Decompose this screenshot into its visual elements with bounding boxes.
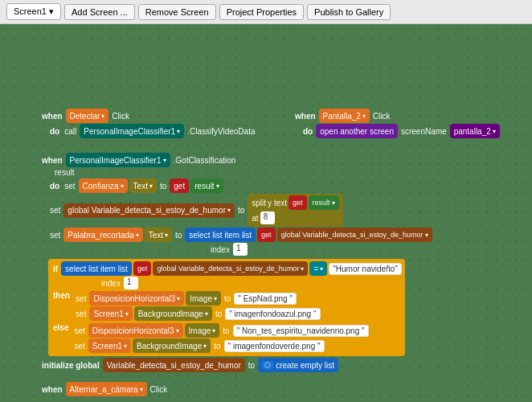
click-label-1: Click	[110, 112, 131, 121]
personal1-block-1[interactable]: PersonalImageClassifier1	[80, 124, 184, 138]
classify-label: .ClassifyVideoData	[186, 127, 256, 136]
espnad-string: " EspNad.png "	[234, 293, 297, 305]
set-label-5: set	[74, 310, 88, 318]
bgimage1-block[interactable]: BackgroundImage	[134, 306, 212, 321]
else-label: else	[51, 323, 70, 332]
nontes-string: " Non_tes_espiritu_navidenno.png "	[233, 325, 369, 337]
when-label-3: when	[40, 156, 64, 165]
get-block-1[interactable]: get	[170, 178, 189, 193]
screen1b-block[interactable]: Screen1	[88, 338, 131, 353]
list-icon: ⬡	[262, 361, 273, 369]
when-label-5: when	[40, 385, 64, 394]
select-block-2[interactable]: select list item list	[61, 261, 132, 276]
to-label-1: to	[158, 182, 168, 191]
eq-block[interactable]: =	[309, 261, 327, 276]
set-label-6: set	[72, 326, 86, 335]
remove-screen-button[interactable]: Remove Screen	[138, 4, 216, 20]
imagenfondo2-string: " imagenfondoverde.png "	[224, 340, 325, 352]
screen1a-block[interactable]: Screen1	[89, 306, 132, 321]
then-label: then	[51, 291, 72, 300]
result-block-2[interactable]: result	[309, 195, 339, 210]
to-label-7: to	[212, 342, 222, 351]
to-label-5: to	[214, 310, 223, 318]
index-label-2: index	[100, 279, 122, 288]
humor-string: "Humor navideño"	[329, 263, 401, 275]
create-list-label: create empty list	[276, 361, 334, 370]
open-screen-block[interactable]: open another screen	[316, 124, 398, 138]
canvas: when Detectar Click do call PersonalImag…	[0, 24, 532, 397]
palabra-block[interactable]: Palabra_recortada	[63, 228, 142, 242]
if-label: if	[51, 265, 59, 273]
num1-block: 1	[233, 243, 248, 256]
screen1-button[interactable]: Screen1 ▾	[6, 3, 61, 20]
global-var-block-2[interactable]: global Variable_detecta_si_estoy_de_humo…	[277, 228, 432, 242]
at-label: at	[252, 214, 258, 223]
group-gotclassification: when PersonalImageClassifier1 .GotClassi…	[40, 153, 432, 356]
disp2-block[interactable]: DisposicionHorizontal3	[88, 323, 183, 338]
do-label-1: do	[48, 127, 61, 136]
detectar-block[interactable]: Detectar	[66, 109, 109, 123]
to-label-2: to	[236, 206, 246, 215]
do-label-2: do	[301, 127, 314, 136]
get-block-4[interactable]: get	[133, 261, 152, 276]
text-block-2[interactable]: Text	[145, 228, 172, 242]
add-screen-button[interactable]: Add Screen ...	[64, 4, 135, 20]
set-label-2: set	[48, 206, 62, 215]
get-block-3[interactable]: get	[257, 228, 276, 242]
disp1-block[interactable]: DisposicionHorizontal3	[89, 291, 184, 306]
pantalla2-val-block[interactable]: pantalla_2	[450, 124, 500, 138]
to-label-6: to	[221, 326, 231, 335]
pantalla2-block[interactable]: Pantalla_2	[319, 109, 370, 123]
to-label-3: to	[174, 231, 183, 240]
imagenfondo1-string: " imagenfondoazul.png "	[225, 308, 320, 320]
project-properties-button[interactable]: Project Properties	[219, 4, 304, 20]
select-block-1[interactable]: select list item list	[185, 228, 256, 242]
global-var-block-1[interactable]: global Variable_detecta_si_estoy_de_humo…	[63, 203, 235, 218]
screenname-label: screenName	[399, 127, 448, 136]
alternar-block[interactable]: Alternar_a_cámara	[66, 382, 147, 396]
bgimage2-block[interactable]: BackgroundImage	[133, 338, 211, 353]
when-label-2: when	[293, 112, 317, 121]
set-label-7: set	[72, 342, 86, 351]
get-block-2[interactable]: get	[289, 195, 307, 210]
num-val-block: 8	[260, 211, 275, 224]
set-label-4: set	[74, 294, 88, 303]
confianza-block[interactable]: Confianza	[79, 178, 128, 193]
top-bar: Screen1 ▾ Add Screen ... Remove Screen P…	[0, 0, 532, 24]
image1-block[interactable]: Image	[186, 291, 221, 306]
num2-block: 1	[124, 277, 138, 289]
personal1-block-2[interactable]: PersonalImageClassifier1	[66, 153, 170, 167]
to-label-init: to	[247, 361, 256, 370]
index-label-1: index	[209, 245, 231, 254]
call-label-1: call	[63, 127, 78, 136]
gotclass-label: .GotClassification	[172, 156, 238, 165]
when-label-1: when	[40, 112, 64, 121]
text-block-1[interactable]: Text	[129, 178, 157, 193]
set-label-1: set	[63, 182, 76, 191]
split-block[interactable]: split y text get result at 8	[248, 194, 342, 227]
click-label-2: Click	[371, 112, 392, 121]
group-detectar: when Detectar Click do call PersonalImag…	[40, 109, 257, 139]
group-init-global: initialize global Variable_detecta_si_es…	[40, 358, 338, 373]
split-label: split	[252, 199, 266, 207]
create-list-block[interactable]: ⬡ create empty list	[258, 358, 338, 372]
group-pantalla2: when Pantalla_2 Click do open another sc…	[293, 109, 500, 139]
result-block-1[interactable]: result	[190, 178, 223, 193]
result-param: result	[53, 168, 76, 177]
init-label: initialize global	[40, 361, 101, 370]
to-label-4: to	[223, 294, 232, 303]
publish-button[interactable]: Publish to Gallery	[307, 4, 391, 20]
global-var-block-3[interactable]: global Variable_detecta_si_estoy_de_humo…	[153, 261, 308, 276]
image2-block[interactable]: Image	[185, 323, 220, 338]
group-alternar: when Alternar_a_cámara Click do call Per…	[40, 382, 288, 397]
do-label-3: do	[48, 182, 61, 191]
set-label-3: set	[48, 231, 62, 240]
var-name-block[interactable]: Variable_detecta_si_estoy_de_humor	[103, 358, 245, 372]
text-label-split: y text	[268, 199, 287, 207]
click-label-5: Click	[149, 385, 170, 394]
